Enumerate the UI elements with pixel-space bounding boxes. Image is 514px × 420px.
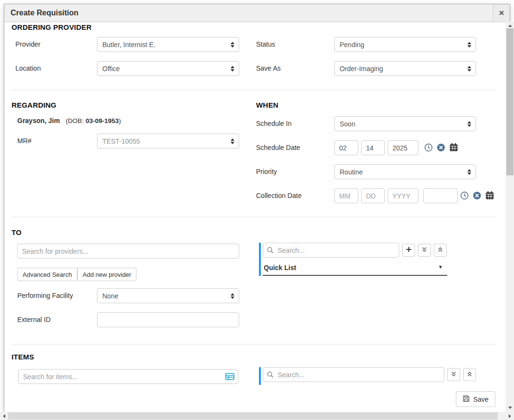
status-select-value: Pending [340,41,364,49]
patient-info-line: Grayson, Jim(DOB:03-09-1953) [17,117,121,124]
schedule-date-label: Schedule Date [256,144,300,151]
schedule-date-calendar-icon[interactable] [449,143,458,152]
priority-label: Priority [256,168,277,175]
save-as-select-value: Order-Imaging [340,65,383,73]
item-search-input[interactable] [18,369,238,384]
item-list-icon[interactable] [225,372,234,381]
regarding-heading: REGARDING [12,101,56,109]
quick-list-accent-bar [259,243,261,276]
schedule-in-select-value: Soon [340,120,355,128]
horizontal-scrollbar[interactable] [0,412,514,420]
scroll-right-button[interactable] [506,412,514,420]
section-divider [12,217,496,217]
collection-date-clear-icon[interactable] [473,191,481,200]
provider-quick-search-input[interactable] [263,243,399,258]
triangle-up-icon [508,25,512,27]
performing-facility-select[interactable]: None [97,288,239,303]
priority-select[interactable]: Routine [334,164,476,179]
schedule-date-year-input[interactable] [388,140,418,155]
mr-number-select-value: TEST-10055 [102,137,140,145]
items-accent-bar [259,367,261,385]
caret-down-icon[interactable]: ▼ [438,264,443,270]
location-select-value: Office [102,65,120,73]
collection-date-time-icon[interactable] [460,191,469,200]
search-icon [267,371,274,378]
select-arrows-icon [231,42,234,48]
external-id-label: External ID [17,316,50,323]
schedule-date-day-input[interactable] [361,140,385,155]
to-heading: TO [12,228,22,236]
close-icon: × [499,8,504,18]
mr-label: MR# [17,137,32,145]
triangle-right-icon [509,414,511,418]
vertical-scrollbar-thumb[interactable] [506,28,514,175]
when-heading: WHEN [256,101,279,109]
save-icon [463,395,470,404]
scroll-down-button[interactable] [506,404,514,412]
schedule-date-time-icon[interactable] [424,143,433,152]
select-arrows-icon [467,66,471,72]
performing-facility-label: Performing Facility [17,292,73,299]
location-label: Location [15,64,41,72]
provider-select[interactable]: Butler, Internist E. [97,37,239,52]
section-divider [12,90,496,90]
add-to-quick-list-button[interactable] [402,244,415,257]
triangle-down-icon [508,407,512,409]
modal-title: Create Requisition [4,9,78,17]
collection-time-input[interactable] [423,188,458,203]
status-label: Status [256,40,275,48]
schedule-in-label: Schedule In [256,120,292,127]
scroll-left-button[interactable] [0,412,8,420]
ordering-provider-heading: ORDERING PROVIDER [12,23,92,31]
triangle-left-icon [3,414,5,418]
add-new-provider-button[interactable]: Add new provider [77,268,136,281]
collapse-all-button[interactable] [434,244,447,257]
collection-date-month-input[interactable] [334,188,358,203]
mr-number-select[interactable]: TEST-10055 [97,134,239,148]
select-arrows-icon [231,66,234,72]
collection-date-year-input[interactable] [388,188,418,203]
collection-date-label: Collection Date [256,192,302,199]
status-select[interactable]: Pending [334,37,476,52]
save-as-label: Save As [256,64,281,72]
double-chevron-down-icon [451,371,457,379]
save-as-select[interactable]: Order-Imaging [334,61,476,76]
modal-footer: Save [4,385,510,412]
select-arrows-icon [231,138,234,144]
items-heading: ITEMS [12,353,34,361]
select-arrows-icon [467,42,471,48]
vertical-scrollbar[interactable] [506,22,514,412]
provider-label: Provider [15,40,40,48]
schedule-date-clear-icon[interactable] [437,143,445,152]
modal-body: ORDERING PROVIDER Provider Butler, Inter… [4,22,510,412]
collection-date-day-input[interactable] [361,188,385,203]
double-chevron-down-icon [421,247,428,254]
select-arrows-icon [231,293,234,299]
advanced-search-button[interactable]: Advanced Search [17,268,77,281]
provider-select-value: Butler, Internist E. [102,41,156,49]
items-expand-all-button[interactable] [447,368,460,381]
patient-name: Grayson, Jim [17,117,60,124]
schedule-date-month-input[interactable] [334,140,358,155]
quick-list-label: Quick List [264,264,296,272]
collection-date-calendar-icon[interactable] [485,191,494,200]
provider-search-input[interactable] [17,244,239,259]
quick-list-underline [263,275,447,276]
items-collapse-all-button[interactable] [463,368,476,381]
double-chevron-up-icon [437,247,443,254]
expand-all-button[interactable] [418,244,431,257]
close-button[interactable]: × [493,4,510,22]
schedule-in-select[interactable]: Soon [334,116,476,131]
search-icon [267,247,274,254]
items-quick-search-input[interactable] [263,367,444,382]
modal-header: Create Requisition × [4,4,510,22]
horizontal-scrollbar-thumb[interactable] [8,412,498,420]
select-arrows-icon [467,169,471,175]
external-id-input[interactable] [97,312,239,327]
save-button[interactable]: Save [456,391,495,407]
patient-dob: (DOB:03-09-1953) [66,117,121,124]
create-requisition-modal: Create Requisition × ORDERING PROVIDER P… [4,4,510,412]
performing-facility-select-value: None [102,292,118,300]
location-select[interactable]: Office [97,61,239,76]
select-arrows-icon [467,121,471,127]
